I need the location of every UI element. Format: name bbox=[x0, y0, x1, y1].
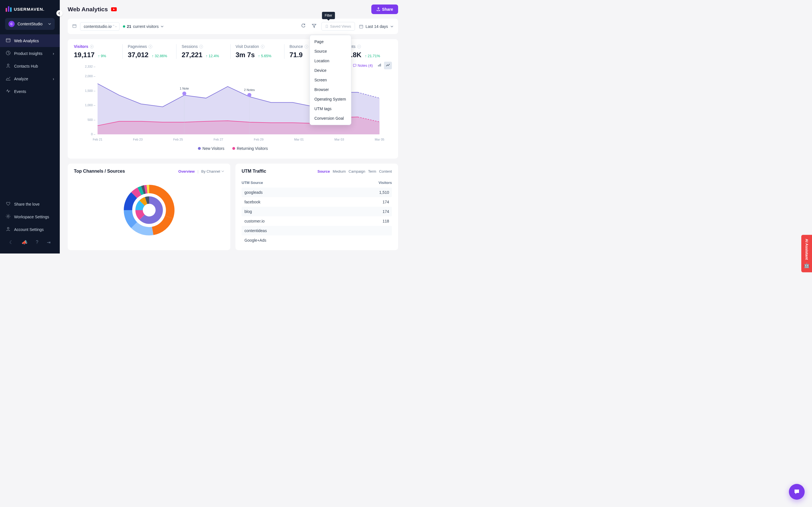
filter-option-operating-system[interactable]: Operating System bbox=[310, 94, 351, 104]
logo-bars-icon bbox=[6, 6, 11, 12]
filter-option-device[interactable]: Device bbox=[310, 66, 351, 75]
date-range-label: Last 14 days bbox=[366, 24, 388, 29]
close-icon[interactable]: ✕ bbox=[110, 24, 112, 29]
utm-row-visitors: 174 bbox=[383, 209, 389, 214]
utm-tab-campaign[interactable]: Campaign bbox=[349, 169, 365, 173]
help-icon[interactable]: ? bbox=[36, 240, 38, 245]
svg-text:1,500 –: 1,500 – bbox=[85, 89, 96, 93]
utm-tab-source[interactable]: Source bbox=[317, 169, 330, 173]
nav-workspace-settings[interactable]: Workspace Settings bbox=[0, 210, 60, 223]
metric-change: ↑ 21.71% bbox=[365, 54, 380, 58]
share-label: Share bbox=[382, 7, 393, 11]
utm-row[interactable]: contentideas bbox=[242, 226, 392, 235]
chevron-right-icon: › bbox=[53, 76, 54, 81]
svg-text:2,332 –: 2,332 – bbox=[85, 65, 96, 68]
utm-row-source: Google+Ads bbox=[245, 238, 266, 242]
moon-icon[interactable]: ☾ bbox=[9, 240, 13, 245]
svg-text:Feb 23: Feb 23 bbox=[133, 138, 143, 141]
nav-account-settings[interactable]: Account Settings bbox=[0, 223, 60, 236]
metric-sessions[interactable]: Sessionsi27,221↑ 12.4% bbox=[176, 44, 231, 59]
svg-point-5 bbox=[7, 216, 9, 217]
events-icon bbox=[6, 89, 11, 94]
legend-returning: Returning Visitors bbox=[232, 146, 268, 151]
filter-button[interactable]: Filter bbox=[311, 22, 317, 31]
metric-label: Pageviewsi bbox=[128, 44, 171, 49]
svg-text:Feb 25: Feb 25 bbox=[173, 138, 183, 141]
web-analytics-icon bbox=[6, 38, 11, 44]
filter-option-screen[interactable]: Screen bbox=[310, 75, 351, 85]
announcement-icon[interactable]: 📣 bbox=[22, 240, 28, 245]
utm-header: UTM Traffic SourceMediumCampaignTermCont… bbox=[242, 169, 392, 174]
utm-tab-medium[interactable]: Medium bbox=[333, 169, 346, 173]
heart-icon bbox=[6, 201, 11, 207]
chevron-down-icon bbox=[221, 170, 224, 173]
utm-row[interactable]: customer.io118 bbox=[242, 216, 392, 226]
filter-dropdown: PageSourceLocationDeviceScreenBrowserOpe… bbox=[310, 35, 351, 125]
metric-visitors[interactable]: Visitorsi19,117↑ 9% bbox=[74, 44, 123, 59]
bookmark-icon bbox=[325, 25, 328, 28]
nav-product-insights[interactable]: Product Insights› bbox=[0, 47, 60, 60]
workspace-selector[interactable]: C ContentStudio bbox=[5, 18, 55, 30]
channels-tabs: Overview | By Channel bbox=[179, 169, 224, 173]
refresh-icon[interactable] bbox=[300, 22, 307, 31]
filter-option-source[interactable]: Source bbox=[310, 47, 351, 56]
tab-overview[interactable]: Overview bbox=[179, 169, 195, 173]
youtube-icon[interactable] bbox=[111, 7, 117, 11]
utm-tab-content[interactable]: Content bbox=[379, 169, 392, 173]
utm-row[interactable]: facebook174 bbox=[242, 197, 392, 207]
nav-contacts-hub[interactable]: Contacts Hub bbox=[0, 60, 60, 72]
metric-label: Sessionsi bbox=[182, 44, 225, 49]
calendar-icon[interactable] bbox=[72, 24, 77, 29]
svg-text:500 –: 500 – bbox=[87, 118, 95, 121]
tab-by-channel[interactable]: By Channel bbox=[201, 169, 224, 173]
nav-web-analytics[interactable]: Web Analytics bbox=[0, 34, 60, 47]
utm-row[interactable]: Google+Ads bbox=[242, 235, 392, 245]
chart-type-toggle bbox=[375, 62, 392, 69]
metric-value: 37,012 bbox=[128, 51, 148, 59]
utm-col-source: UTM Source bbox=[242, 180, 263, 185]
workspace-badge: C bbox=[8, 21, 15, 27]
filter-option-page[interactable]: Page bbox=[310, 37, 351, 47]
live-visitors[interactable]: 21 current visitors bbox=[123, 24, 164, 29]
svg-text:1,000 –: 1,000 – bbox=[85, 103, 96, 107]
panels-row: Top Channels / Sources Overview | By Cha… bbox=[68, 164, 398, 250]
saved-views-button[interactable]: Saved Views bbox=[321, 22, 355, 31]
metric-label: Visit Durationi bbox=[236, 44, 279, 49]
header: Web Analytics Share bbox=[60, 0, 406, 18]
line-chart-icon bbox=[386, 63, 390, 67]
nav-analyze[interactable]: Analyze› bbox=[0, 72, 60, 85]
line-chart-button[interactable] bbox=[384, 62, 392, 69]
share-button[interactable]: Share bbox=[371, 4, 398, 14]
logout-icon[interactable]: ⇥ bbox=[47, 240, 50, 245]
utm-row[interactable]: googleads1,510 bbox=[242, 187, 392, 197]
domain-selector[interactable]: contentstudio.io ✕ ⌃⌄ bbox=[80, 22, 119, 31]
calendar-icon bbox=[359, 24, 363, 29]
page-title: Web Analytics bbox=[68, 6, 108, 13]
sidebar-toggle[interactable] bbox=[56, 10, 63, 16]
utm-tab-term[interactable]: Term bbox=[368, 169, 376, 173]
svg-point-6 bbox=[7, 227, 9, 229]
date-range-selector[interactable]: Last 14 days bbox=[359, 24, 394, 29]
filter-option-utm-tags[interactable]: UTM tags bbox=[310, 104, 351, 114]
metric-change: ↑ 9% bbox=[98, 54, 106, 58]
svg-rect-7 bbox=[73, 24, 76, 27]
bar-chart-button[interactable] bbox=[375, 62, 384, 69]
utm-panel: UTM Traffic SourceMediumCampaignTermCont… bbox=[236, 164, 398, 250]
svg-text:0 –: 0 – bbox=[91, 132, 96, 136]
nav-share-the-love[interactable]: Share the love bbox=[0, 198, 60, 210]
svg-rect-12 bbox=[379, 64, 380, 66]
filter-option-location[interactable]: Location bbox=[310, 56, 351, 66]
utm-row[interactable]: blog174 bbox=[242, 207, 392, 216]
svg-text:Mar 05: Mar 05 bbox=[375, 138, 384, 141]
metric-pageviews[interactable]: Pageviewsi37,012↑ 32.86% bbox=[123, 44, 176, 59]
svg-text:2 Notes: 2 Notes bbox=[244, 88, 255, 92]
chart-legend: New Visitors Returning Visitors bbox=[74, 146, 392, 151]
metric-visit-duration[interactable]: Visit Durationi3m 7s↑ 5.65% bbox=[231, 44, 285, 59]
svg-text:2,000 –: 2,000 – bbox=[85, 74, 96, 78]
live-visitors-count: 21 bbox=[127, 24, 132, 29]
filter-option-browser[interactable]: Browser bbox=[310, 85, 351, 94]
notes-link[interactable]: Notes (4) bbox=[353, 63, 373, 68]
filter-option-conversion-goal[interactable]: Conversion Goal bbox=[310, 114, 351, 123]
main: Web Analytics Share contentstudio.io ✕ ⌃… bbox=[60, 0, 406, 253]
nav-events[interactable]: Events bbox=[0, 85, 60, 98]
